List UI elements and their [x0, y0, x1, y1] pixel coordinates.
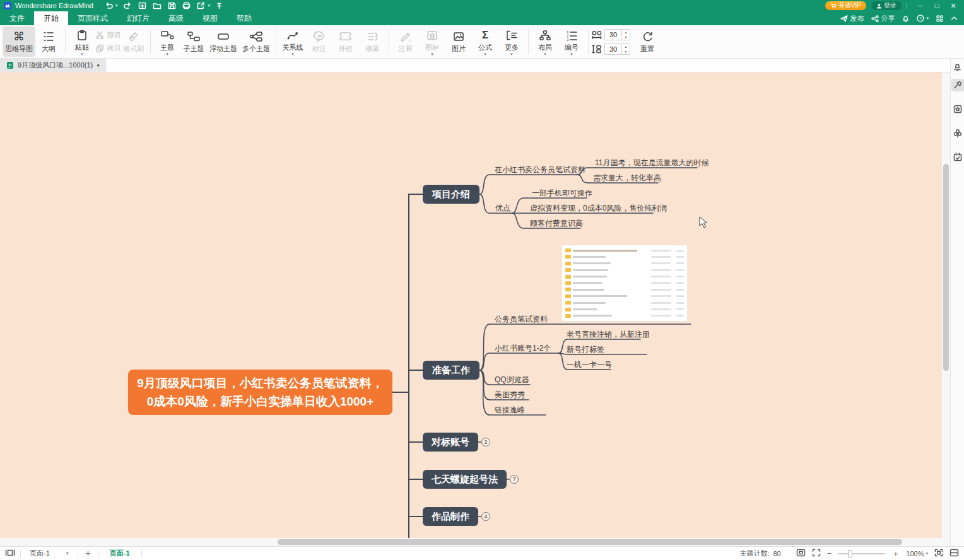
paste-button[interactable]: 粘贴 ▾	[69, 26, 95, 57]
clipart-panel-icon[interactable]	[951, 127, 964, 139]
style-brush-icon[interactable]	[951, 79, 964, 91]
more-button[interactable]: 更多 ▾	[498, 26, 525, 57]
minimize-button[interactable]: ─	[912, 0, 929, 11]
central-topic[interactable]: 9月顶级风口项目，小红书卖公务员笔试资料， 0成本0风险，新手小白实操单日收入1…	[128, 370, 392, 415]
leaf-virtual-goods[interactable]: 虚拟资料变现，0成本0风险，售价纯利润	[530, 203, 667, 214]
menu-help[interactable]: 帮助	[227, 11, 261, 25]
collapse-ribbon-icon[interactable]	[951, 16, 958, 21]
redo-button[interactable]	[124, 2, 132, 9]
fit-page-icon[interactable]	[796, 549, 806, 558]
help-icon[interactable]: ? ▾	[917, 15, 929, 22]
leaf-sell-materials[interactable]: 在小红书卖公务员笔试资料	[495, 165, 585, 175]
comment-button[interactable]: 注释	[392, 26, 419, 57]
fullscreen-icon[interactable]	[812, 549, 821, 558]
collapsed-count-badge[interactable]: 4	[481, 512, 490, 521]
menu-advanced[interactable]: 高级	[159, 11, 193, 25]
task-panel-icon[interactable]	[951, 151, 964, 163]
zoom-out-button[interactable]: −	[827, 549, 832, 558]
leaf-one-device[interactable]: 一机一卡一号	[567, 359, 612, 370]
collapsed-count-badge[interactable]: 7	[510, 475, 519, 484]
outline-mode-button[interactable]: 大纲	[35, 26, 62, 57]
vip-button[interactable]: 开通VIP	[825, 1, 866, 10]
menu-file[interactable]: 文件	[0, 11, 34, 25]
notification-bell-icon[interactable]	[902, 15, 909, 22]
leaf-advantages[interactable]: 优点	[495, 203, 510, 214]
leaf-meitu[interactable]: 美图秀秀	[495, 390, 525, 400]
close-button[interactable]: ✕	[945, 0, 961, 11]
leaf-qq-browser[interactable]: QQ浏览器	[495, 375, 529, 385]
formula-button[interactable]: Σ 公式 ▾	[472, 26, 498, 57]
leaf-exam-materials[interactable]: 公务员笔试资料	[495, 314, 548, 325]
zoom-level-dropdown[interactable]: 100% ▾	[906, 550, 928, 557]
subtopic-button[interactable]: 子主题	[180, 26, 207, 57]
mindmap-mode-button[interactable]: ⌘ 思维导图	[3, 26, 35, 57]
layout-button[interactable]: 布局 ▾	[532, 26, 558, 57]
icon-panel-icon[interactable]	[951, 103, 964, 115]
collapsed-count-badge[interactable]: 2	[481, 438, 490, 446]
leaf-high-demand[interactable]: 需求量大，转化率高	[593, 173, 661, 184]
menu-view[interactable]: 视图	[193, 11, 227, 25]
fit-window-icon[interactable]	[934, 549, 943, 558]
undo-button[interactable]	[105, 2, 113, 9]
topic-preparation[interactable]: 准备工作	[423, 361, 479, 380]
pin-panel-icon[interactable]	[951, 61, 964, 74]
pin-toolbar-icon[interactable]	[216, 3, 222, 9]
callout-button[interactable]: 标注	[306, 26, 332, 57]
split-view-icon[interactable]	[949, 549, 959, 558]
pages-view-icon[interactable]	[5, 549, 15, 558]
zoom-slider-thumb[interactable]	[848, 550, 852, 557]
frame-button[interactable]: 外框	[332, 26, 359, 57]
format-painter-button[interactable]: 格式刷	[120, 26, 147, 57]
attached-image[interactable]	[561, 245, 688, 322]
add-page-button[interactable]: ＋	[83, 547, 93, 559]
print-button[interactable]	[182, 2, 191, 9]
leaf-old-account[interactable]: 老号直接注销，从新注册	[567, 329, 650, 340]
vertical-spacing-icon	[592, 45, 602, 54]
copy-button[interactable]: 拷贝	[95, 43, 120, 54]
open-file-button[interactable]	[153, 2, 162, 9]
mindmap-canvas[interactable]: 9月顶级风口项目，小红书卖公务员笔试资料， 0成本0风险，新手小白实操单日收入1…	[0, 73, 950, 546]
summary-button[interactable]: 概要	[359, 26, 385, 57]
topic-benchmark[interactable]: 对标账号	[423, 433, 478, 452]
maximize-button[interactable]: □	[929, 0, 945, 11]
leaf-link-tool[interactable]: 链接逸峰	[495, 405, 525, 416]
login-button[interactable]: 登录	[871, 1, 902, 10]
cut-button[interactable]: 剪切	[95, 30, 120, 41]
numbering-button[interactable]: 123 编号 ▾	[558, 26, 585, 57]
relationship-button[interactable]: 关系线 ▾	[279, 26, 306, 57]
topic-project-intro[interactable]: 项目介绍	[423, 185, 479, 204]
reset-button[interactable]: 重置	[634, 26, 661, 57]
leaf-new-account-tag[interactable]: 新号打标签	[567, 344, 604, 355]
horizontal-scrollbar-thumb[interactable]	[278, 539, 902, 545]
leaf-one-phone[interactable]: 一部手机即可操作	[532, 188, 592, 199]
new-document-button[interactable]	[138, 2, 146, 9]
multiple-topics-button[interactable]: 多个主题	[240, 26, 273, 57]
leaf-xhs-accounts[interactable]: 小红书账号1-2个	[495, 343, 551, 354]
picture-button[interactable]: 图片	[445, 26, 472, 57]
zoom-slider[interactable]	[838, 553, 885, 554]
leaf-willing-pay[interactable]: 顾客付费意识高	[530, 218, 583, 229]
undo-dropdown-caret[interactable]: ▾	[115, 3, 118, 8]
menu-page-style[interactable]: 页面样式	[68, 11, 117, 25]
save-button[interactable]	[168, 2, 176, 9]
publish-button[interactable]: 发布	[840, 14, 864, 23]
share-button[interactable]: 分享	[871, 14, 895, 23]
document-tab[interactable]: 9月顶级风口项...1000(1) ●	[0, 59, 106, 72]
export-button[interactable]	[197, 2, 205, 9]
topic-production[interactable]: 作品制作	[423, 507, 478, 526]
menu-home[interactable]: 开始	[34, 11, 68, 25]
leaf-nov-exam[interactable]: 11月国考，现在是流量最大的时候	[595, 158, 708, 168]
icon-library-button[interactable]: 图标 ▾	[419, 26, 445, 57]
export-dropdown-caret[interactable]: ▾	[208, 3, 210, 8]
vertical-spacing-stepper[interactable]: 30 ▲▼	[604, 44, 630, 55]
menu-slideshow[interactable]: 幻灯片	[117, 11, 159, 25]
floating-topic-button[interactable]: 浮动主题	[207, 26, 240, 57]
horizontal-spacing-stepper[interactable]: 30 ▲▼	[604, 29, 630, 40]
page-tab[interactable]: 页面-1	[103, 549, 136, 558]
topic-seven-day[interactable]: 七天螺旋起号法	[423, 470, 507, 489]
page-select-dropdown[interactable]: 页面-1 ▾	[26, 549, 73, 558]
zoom-in-button[interactable]: ＋	[891, 548, 900, 559]
apps-grid-icon[interactable]	[936, 15, 943, 22]
vertical-scrollbar-thumb[interactable]	[943, 164, 949, 371]
topic-button[interactable]: 主题 ▾	[154, 26, 180, 57]
